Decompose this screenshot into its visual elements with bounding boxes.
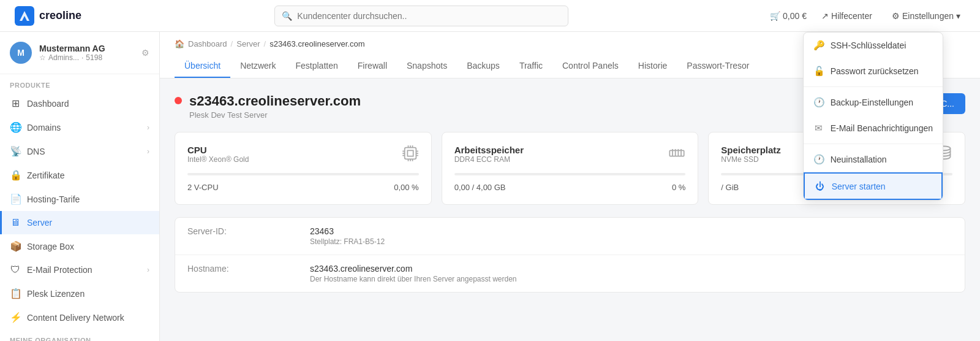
user-settings-button[interactable]: ⚙ xyxy=(141,48,149,58)
cdn-icon: ⚡ xyxy=(10,312,21,323)
cpu-card-title-area: CPU Intel® Xeon® Gold xyxy=(187,145,249,164)
logo-text: creoline xyxy=(39,9,81,22)
search-input[interactable] xyxy=(274,6,568,26)
ram-value-right: 0 % xyxy=(672,183,685,192)
dropdown-menu: 🔑 SSH-Schlüsseldatei 🔓 Passwort zurückse… xyxy=(803,32,943,201)
tab-backups[interactable]: Backups xyxy=(457,55,510,78)
domains-icon: 🌐 xyxy=(10,121,21,133)
tab-firewall[interactable]: Firewall xyxy=(348,55,397,78)
logo-icon xyxy=(15,6,34,26)
ram-progress-bg xyxy=(454,173,686,175)
info-row-serverid: Server-ID: 23463 Stellplatz: FRA1-B5-12 xyxy=(175,218,965,255)
chevron-right-icon: › xyxy=(147,123,149,132)
server-subtitle: Plesk Dev Test Server xyxy=(189,110,361,120)
storage-card-subtitle: NVMe SSD xyxy=(721,155,781,164)
sidebar-item-label: E-Mail Protection xyxy=(27,265,92,275)
user-name: Mustermann AG xyxy=(39,44,134,53)
power-icon: ⏻ xyxy=(815,181,826,191)
dns-icon: 📡 xyxy=(10,145,21,157)
sidebar-item-label: Domains xyxy=(27,123,61,132)
sidebar-item-server[interactable]: 🖥 Server xyxy=(0,211,159,234)
sidebar-item-dns[interactable]: 📡 DNS › xyxy=(0,139,159,163)
tab-historie[interactable]: Historie xyxy=(628,55,677,78)
ram-card-title-area: Arbeitsspeicher DDR4 ECC RAM xyxy=(454,145,524,164)
user-role: Admins... xyxy=(48,53,79,62)
hostname-value-area: s23463.creolineserver.com Der Hostname k… xyxy=(310,264,952,283)
dropdown-divider-1 xyxy=(804,86,943,87)
dropdown-item-backup[interactable]: 🕐 Backup-Einstellungen xyxy=(804,90,943,115)
dropdown-item-reinstall[interactable]: 🕐 Neuinstallation xyxy=(804,147,943,172)
svg-rect-17 xyxy=(670,150,684,156)
lock-icon: 🔓 xyxy=(813,66,824,77)
sidebar-item-emailprotection[interactable]: 🛡 E-Mail Protection › xyxy=(0,258,159,282)
settings-button[interactable]: ⚙ Einstellungen ▾ xyxy=(887,9,965,23)
breadcrumb-dashboard[interactable]: Dashboard xyxy=(188,39,227,48)
ram-card-title: Arbeitsspeicher xyxy=(454,145,524,155)
tab-controlpanels[interactable]: Control Panels xyxy=(552,55,628,78)
cpu-icon xyxy=(402,145,419,166)
dropdown-item-email[interactable]: ✉ E-Mail Benachrichtigungen xyxy=(804,115,943,141)
breadcrumb-sep1: / xyxy=(231,39,233,48)
reinstall-icon: 🕐 xyxy=(813,154,824,165)
dashboard-icon: ⊞ xyxy=(10,98,21,109)
home-icon: 🏠 xyxy=(175,39,184,48)
dropdown-item-ssh[interactable]: 🔑 SSH-Schlüsseldatei xyxy=(804,33,943,58)
hosting-icon: 📄 xyxy=(10,193,21,205)
chevron-down-icon: ▾ xyxy=(956,11,960,21)
dropdown-item-label: Server starten xyxy=(832,182,886,191)
top-header: creoline 🔍 🛒 0,00 € ↗ Hilfecenter ⚙ Eins… xyxy=(0,0,980,32)
breadcrumb-current: s23463.creolineserver.com xyxy=(270,39,364,48)
star-icon: ☆ xyxy=(39,53,46,62)
server-icon: 🖥 xyxy=(10,217,21,228)
hostname-label: Hostname: xyxy=(187,264,310,274)
user-id-separator: · xyxy=(81,53,83,62)
dropdown-item-label: E-Mail Benachrichtigungen xyxy=(831,123,933,133)
settings-label: Einstellungen xyxy=(902,11,954,21)
ram-card-header: Arbeitsspeicher DDR4 ECC RAM xyxy=(454,145,686,166)
sidebar-item-cdn[interactable]: ⚡ Content Delivery Network xyxy=(0,305,159,329)
emailprotection-icon: 🛡 xyxy=(10,264,21,275)
help-button[interactable]: ↗ Hilfecenter xyxy=(816,9,877,23)
cpu-card-values: 2 V-CPU 0,00 % xyxy=(187,183,419,192)
help-label: Hilfecenter xyxy=(831,11,872,21)
sidebar-item-storagebox[interactable]: 📦 Storage Box xyxy=(0,234,159,258)
serverid-location: Stellplatz: FRA1-B5-12 xyxy=(310,237,952,246)
tab-festplatten[interactable]: Festplatten xyxy=(286,55,348,78)
sidebar-item-dashboard[interactable]: ⊞ Dashboard xyxy=(0,91,159,115)
plesklizenzen-icon: 📋 xyxy=(10,288,21,299)
tab-netzwerk[interactable]: Netzwerk xyxy=(230,55,285,78)
history-icon: 🕐 xyxy=(813,97,824,108)
serverid-value-area: 23463 Stellplatz: FRA1-B5-12 xyxy=(310,226,952,246)
cpu-value-left: 2 V-CPU xyxy=(187,183,219,192)
dropdown-item-label: SSH-Schlüsseldatei xyxy=(831,40,907,50)
ram-value-left: 0,00 / 4,00 GB xyxy=(454,183,506,192)
dropdown-item-start[interactable]: ⏻ Server starten xyxy=(804,172,943,200)
user-meta: ☆ Admins... · 5198 xyxy=(39,53,134,62)
svg-rect-3 xyxy=(404,148,416,159)
dropdown-item-password[interactable]: 🔓 Passwort zurücksetzen xyxy=(804,58,943,84)
tab-traffic[interactable]: Traffic xyxy=(510,55,552,78)
server-status-dot xyxy=(175,97,182,104)
svg-rect-4 xyxy=(407,150,413,156)
sidebar-item-plesklizenzen[interactable]: 📋 Plesk Lizenzen xyxy=(0,282,159,305)
header-right: 🛒 0,00 € ↗ Hilfecenter ⚙ Einstellungen ▾ xyxy=(770,9,965,23)
info-table: Server-ID: 23463 Stellplatz: FRA1-B5-12 … xyxy=(175,217,965,293)
sidebar: M Mustermann AG ☆ Admins... · 5198 ⚙ PRO… xyxy=(0,32,160,341)
breadcrumb-server[interactable]: Server xyxy=(236,39,260,48)
serverid-label: Server-ID: xyxy=(187,226,310,236)
dropdown-item-label: Passwort zurücksetzen xyxy=(831,66,919,76)
sidebar-item-zertifikate[interactable]: 🔒 Zertifikate xyxy=(0,163,159,187)
user-section: M Mustermann AG ☆ Admins... · 5198 ⚙ xyxy=(0,32,159,74)
tab-passworttresor[interactable]: Passwort-Tresor xyxy=(677,55,759,78)
sidebar-item-hosting[interactable]: 📄 Hosting-Tarife xyxy=(0,187,159,211)
server-title-text: s23463.creolineserver.com Plesk Dev Test… xyxy=(189,93,361,120)
tab-snapshots[interactable]: Snapshots xyxy=(397,55,457,78)
server-title-area: s23463.creolineserver.com Plesk Dev Test… xyxy=(175,93,361,120)
cpu-card-subtitle: Intel® Xeon® Gold xyxy=(187,155,249,164)
sidebar-item-label: DNS xyxy=(27,147,45,156)
ram-icon xyxy=(668,145,685,166)
logo-area: creoline xyxy=(15,6,174,26)
tab-uebersicht[interactable]: Übersicht xyxy=(175,55,230,78)
search-bar: 🔍 xyxy=(274,6,568,26)
sidebar-item-domains[interactable]: 🌐 Domains › xyxy=(0,115,159,139)
